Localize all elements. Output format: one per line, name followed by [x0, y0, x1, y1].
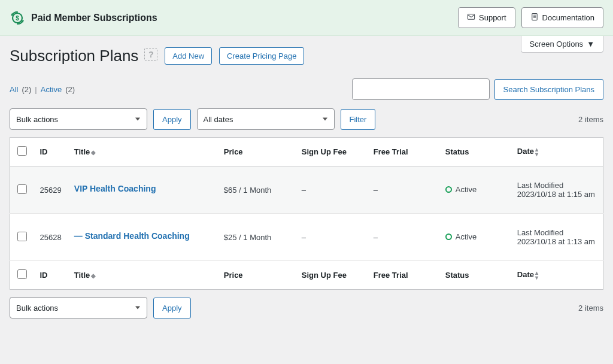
- documentation-button[interactable]: Documentation: [521, 7, 603, 28]
- col-title-foot[interactable]: Title◆: [68, 261, 218, 290]
- sort-desc-icon: ▴▾: [535, 147, 538, 157]
- sort-desc-icon: ▴▾: [535, 271, 538, 280]
- document-icon: [530, 13, 539, 23]
- items-count-top: 2 items: [578, 115, 603, 124]
- create-pricing-page-button[interactable]: Create Pricing Page: [219, 47, 304, 65]
- brand-logo-icon: $: [10, 10, 25, 26]
- row-title-link[interactable]: — Standard Health Coaching: [74, 231, 190, 241]
- col-status-foot: Status: [439, 261, 511, 290]
- row-title-link[interactable]: VIP Health Coaching: [74, 184, 156, 193]
- search-input[interactable]: [352, 78, 490, 100]
- svg-rect-5: [532, 13, 536, 20]
- page-title: Subscription Plans: [10, 47, 138, 65]
- row-checkbox[interactable]: [17, 232, 27, 241]
- col-trial-foot: Free Trial: [368, 261, 439, 290]
- table-row: 25629VIP Health Coaching$65 / 1 Month––A…: [10, 166, 603, 214]
- col-id: ID: [34, 138, 68, 166]
- status-dot-icon: [445, 186, 452, 193]
- row-price: $25 / 1 Month: [218, 214, 296, 261]
- col-id-foot: ID: [34, 261, 68, 290]
- row-trial: –: [368, 214, 439, 261]
- chevron-down-icon: ▼: [587, 40, 594, 48]
- help-icon[interactable]: ?: [144, 48, 157, 61]
- dates-filter-select[interactable]: All dates: [197, 108, 335, 130]
- row-date-value: 2023/10/18 at 1:13 am: [517, 237, 597, 246]
- plans-table: ID Title◆ Price Sign Up Fee Free Trial S…: [10, 137, 603, 290]
- row-signup: –: [296, 166, 368, 214]
- add-new-button[interactable]: Add New: [165, 47, 212, 65]
- view-filters: All (2) | Active (2): [10, 85, 75, 94]
- col-signup: Sign Up Fee: [296, 138, 368, 166]
- row-checkbox[interactable]: [17, 184, 27, 194]
- col-status: Status: [439, 138, 511, 166]
- bulk-actions-select[interactable]: Bulk actions: [10, 108, 147, 130]
- sort-icon: ◆: [91, 150, 96, 155]
- row-signup: –: [296, 214, 368, 261]
- filter-button[interactable]: Filter: [341, 109, 376, 130]
- filter-active-count: (2): [65, 85, 75, 94]
- mail-icon: [467, 13, 475, 23]
- col-date-foot[interactable]: Date▴▾: [511, 261, 603, 290]
- col-price-foot: Price: [218, 261, 296, 290]
- apply-button-bottom[interactable]: Apply: [153, 298, 191, 318]
- support-button[interactable]: Support: [458, 7, 515, 28]
- row-status: Active: [445, 232, 477, 241]
- col-date[interactable]: Date▴▾: [511, 138, 603, 166]
- search-button[interactable]: Search Subscription Plans: [494, 79, 603, 100]
- filter-active[interactable]: Active: [41, 85, 62, 94]
- row-date-value: 2023/10/18 at 1:15 am: [517, 190, 597, 199]
- bulk-actions-select-bottom[interactable]: Bulk actions: [10, 297, 147, 318]
- row-id: 25629: [34, 166, 68, 214]
- row-price: $65 / 1 Month: [218, 166, 296, 214]
- row-trial: –: [368, 166, 439, 214]
- filter-all-count: (2): [22, 85, 31, 94]
- col-signup-foot: Sign Up Fee: [296, 261, 368, 290]
- col-price: Price: [218, 138, 296, 166]
- apply-button-top[interactable]: Apply: [153, 109, 191, 130]
- filter-all[interactable]: All: [10, 85, 18, 94]
- select-all-top[interactable]: [17, 146, 27, 156]
- col-trial: Free Trial: [368, 138, 439, 166]
- table-row: 25628— Standard Health Coaching$25 / 1 M…: [10, 214, 603, 261]
- col-title[interactable]: Title◆: [68, 138, 218, 166]
- row-date-label: Last Modified: [517, 228, 597, 237]
- items-count-bottom: 2 items: [578, 304, 603, 313]
- screen-options-toggle[interactable]: Screen Options ▼: [521, 36, 603, 53]
- row-id: 25628: [34, 214, 68, 261]
- row-date-label: Last Modified: [517, 181, 597, 190]
- brand-title: Paid Member Subscriptions: [31, 13, 157, 23]
- svg-text:$: $: [16, 15, 19, 22]
- svg-rect-4: [468, 14, 474, 19]
- select-all-bottom[interactable]: [17, 269, 27, 279]
- status-dot-icon: [445, 233, 452, 240]
- sort-icon: ◆: [91, 274, 96, 278]
- row-status: Active: [445, 185, 477, 194]
